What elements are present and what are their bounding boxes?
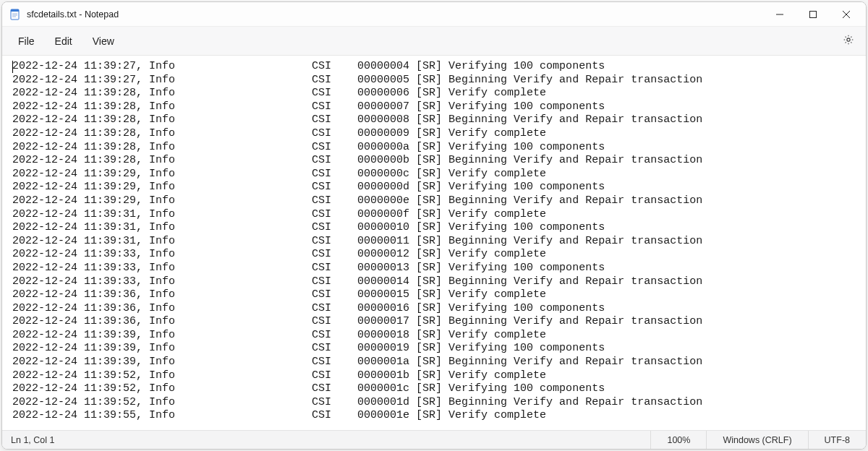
- notepad-window: sfcdetails.txt - Notepad File Edit View: [1, 1, 867, 450]
- svg-rect-6: [810, 11, 817, 17]
- zoom-level[interactable]: 100%: [650, 431, 706, 449]
- menubar: File Edit View: [2, 27, 866, 56]
- notepad-icon: [9, 9, 21, 20]
- statusbar: Ln 1, Col 1 100% Windows (CRLF) UTF-8: [2, 430, 866, 449]
- text-area[interactable]: 2022-12-24 11:39:27, Info CSI 00000004 […: [2, 56, 866, 430]
- gear-icon: [843, 34, 854, 48]
- titlebar[interactable]: sfcdetails.txt - Notepad: [2, 2, 866, 27]
- close-button[interactable]: [830, 2, 863, 27]
- window-title: sfcdetails.txt - Notepad: [27, 9, 119, 20]
- svg-rect-1: [11, 9, 19, 12]
- window-controls: [763, 2, 863, 27]
- menu-edit[interactable]: Edit: [45, 31, 82, 51]
- menu-file[interactable]: File: [8, 31, 45, 51]
- settings-button[interactable]: [837, 30, 860, 53]
- svg-point-9: [847, 38, 850, 41]
- text-caret: [12, 61, 13, 73]
- minimize-button[interactable]: [763, 2, 796, 27]
- line-ending: Windows (CRLF): [706, 431, 807, 449]
- maximize-button[interactable]: [796, 2, 830, 27]
- encoding: UTF-8: [808, 431, 866, 449]
- cursor-position: Ln 1, Col 1: [2, 435, 650, 445]
- log-body: 2022-12-24 11:39:27, Info CSI 00000004 […: [12, 60, 864, 423]
- menu-view[interactable]: View: [82, 31, 124, 51]
